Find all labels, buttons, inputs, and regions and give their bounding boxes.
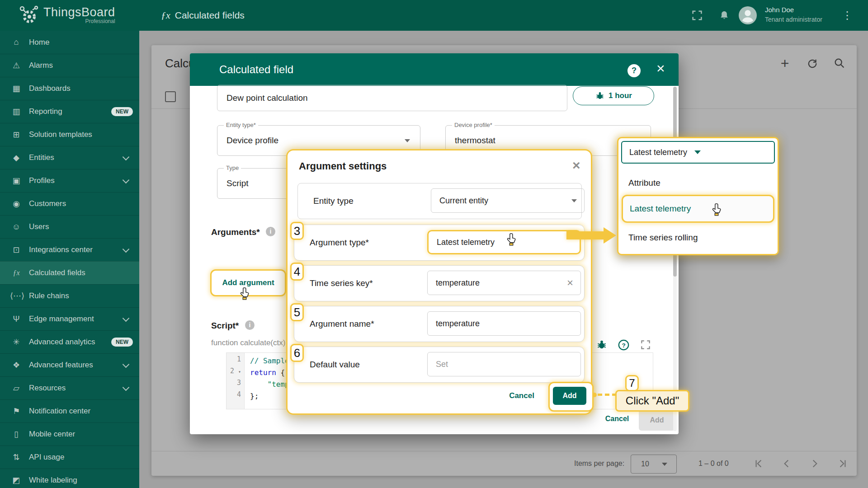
topbar: ThingsBoard Professional ƒx Calculated f… [0,0,868,31]
resources-icon: ▱ [10,383,23,393]
hand-cursor-icon [240,286,251,300]
hand-cursor-icon [506,232,518,246]
sidebar-item-reporting[interactable]: ▥ReportingNEW [0,100,139,123]
sidebar-item-users[interactable]: ☺Users [0,215,139,238]
entities-icon: ◆ [10,153,23,163]
editor-code: // Samplereturn { "temp}; [245,353,289,409]
more-menu-icon[interactable]: ⋮ [842,0,853,31]
mobile-center-icon: ▯ [10,429,23,439]
step-7-badge: 7 [625,375,639,391]
thingsboard-logo[interactable]: ThingsBoard Professional [17,4,115,26]
sidebar-item-profiles[interactable]: ▣Profiles [0,169,139,192]
app-root: ThingsBoard Professional ƒx Calculated f… [0,0,868,488]
debug-bug-icon[interactable] [596,339,608,351]
chevron-down-icon [405,139,410,142]
new-badge: NEW [111,338,133,347]
editor-gutter: 1 2 ▾ 3 4 [226,353,245,409]
argument-cancel-button[interactable]: Cancel [504,391,540,400]
hand-cursor-icon [712,202,723,216]
argument-type-select-open[interactable]: Latest telemetry [621,141,775,164]
rule-chains-icon: ⟨⋯⟩ [10,291,23,301]
sidebar-item-white-labeling[interactable]: ◩White labeling [0,469,139,488]
sidebar-item-customers[interactable]: ◉Customers [0,192,139,215]
default-value-row: Default value Set [294,347,585,383]
argument-type-select[interactable]: Latest telemetry [427,230,581,254]
sidebar-item-dashboards[interactable]: ▦Dashboards [0,77,139,100]
chevron-down-icon [123,176,130,183]
help-icon[interactable]: ? [627,64,641,77]
dialog-cancel-button[interactable]: Cancel [599,415,635,423]
dialog-header: Calculated field ? × [190,53,679,86]
fullscreen-icon[interactable] [691,0,703,31]
close-icon[interactable]: × [656,61,665,75]
avatar[interactable] [739,0,757,31]
advanced-features-icon: ❖ [10,360,23,370]
sidebar-item-notification-center[interactable]: ⚑Notification center [0,399,139,422]
edge-management-icon: Ψ [10,314,23,324]
sidebar-item-solution-templates[interactable]: ⊞Solution templates [0,123,139,146]
sidebar-item-home[interactable]: ⌂Home [0,31,139,54]
white-labeling-icon: ◩ [10,475,23,485]
chevron-down-icon [123,384,130,391]
sidebar-item-calculated-fields[interactable]: ƒxCalculated fields [0,261,139,284]
user-name: John Doe [765,6,794,14]
arguments-label: Arguments* [211,227,260,237]
sidebar-item-edge-management[interactable]: ΨEdge management [0,307,139,330]
script-fullscreen-icon[interactable] [640,339,652,351]
brand-name: ThingsBoard [43,5,115,19]
sidebar-item-entities[interactable]: ◆Entities [0,146,139,169]
notification-center-icon: ⚑ [10,406,23,416]
user-role: Tenant administrator [765,16,822,23]
customers-icon: ◉ [10,199,23,209]
sidebar-item-advanced-analytics[interactable]: ✳Advanced analyticsNEW [0,330,139,353]
argument-settings-dialog: Argument settings × Entity type Current … [286,149,592,415]
sidebar-item-advanced-features[interactable]: ❖Advanced features [0,353,139,376]
chevron-down-icon [123,245,130,253]
calculated-fields-icon: ƒx [10,269,23,277]
alarms-icon: ⚠ [10,61,23,70]
step-4-badge: 4 [290,263,304,281]
time-series-key-input[interactable]: temperature × [427,271,581,295]
sidebar-item-alarms[interactable]: ⚠Alarms [0,54,139,77]
info-icon: i [245,320,255,330]
sidebar-item-integrations-center[interactable]: ⊡Integrations center [0,238,139,261]
option-latest-telemetry[interactable]: Latest telemetry [622,195,774,223]
sidebar-item-mobile-center[interactable]: ▯Mobile center [0,422,139,446]
chevron-down-icon [694,150,701,154]
page-title: ƒx Calculated fields [161,0,245,31]
argument-settings-title: Argument settings [299,160,387,172]
home-icon: ⌂ [10,38,23,47]
profiles-icon: ▣ [10,176,23,186]
debug-duration-button[interactable]: 1 hour [573,86,654,105]
api-usage-icon: ⇅ [10,452,23,462]
add-button-highlight: Add [548,382,594,412]
script-help-icon[interactable]: ? [618,339,630,351]
sidebar-item-resources[interactable]: ▱Resources [0,376,139,399]
option-time-series-rolling[interactable]: Time series rolling [628,233,698,243]
sidebar-item-api-usage[interactable]: ⇅API usage [0,446,139,469]
argument-name-row: Argument name* temperature [294,306,585,342]
new-badge: NEW [111,107,133,116]
users-icon: ☺ [10,222,23,232]
field-name-input[interactable]: Dew point calculation [217,85,567,111]
close-icon[interactable]: × [572,158,580,173]
sidebar-item-rule-chains[interactable]: ⟨⋯⟩Rule chains [0,284,139,307]
argument-name-input[interactable]: temperature [427,311,581,336]
info-icon: i [266,227,275,236]
clear-icon[interactable]: × [567,278,573,287]
chevron-down-icon [123,361,130,368]
logo-icon [17,4,40,26]
argument-add-button[interactable]: Add [553,387,586,405]
brand-edition: Professional [85,18,115,24]
notifications-bell-icon[interactable] [718,0,731,31]
step-5-badge: 5 [290,303,304,321]
option-attribute[interactable]: Attribute [628,178,660,188]
dialog-add-button-disabled[interactable]: Add [639,410,675,431]
argument-type-row: Argument type* Latest telemetry [294,225,585,261]
integrations-center-icon: ⊡ [10,245,23,255]
script-signature: function calculate(ctx) [211,338,285,347]
entity-type-select[interactable]: Current entity [431,188,585,213]
sidebar: ⌂Home⚠Alarms▦Dashboards▥ReportingNEW⊞Sol… [0,31,139,488]
default-value-input[interactable]: Set [427,352,581,376]
dashboards-icon: ▦ [10,84,23,94]
